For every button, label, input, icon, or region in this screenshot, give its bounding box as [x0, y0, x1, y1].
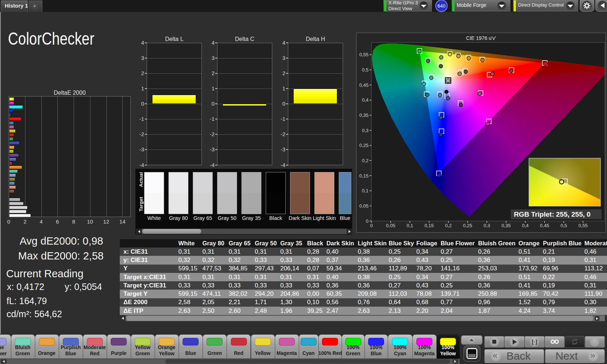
svg-text:0,25: 0,25 — [359, 143, 368, 148]
svg-text:0,05: 0,05 — [359, 203, 368, 209]
svg-text:0,4: 0,4 — [362, 97, 368, 103]
svg-text:0,25: 0,25 — [463, 223, 472, 228]
svg-text:0,3: 0,3 — [362, 128, 368, 133]
svg-text:0,1: 0,1 — [407, 223, 413, 228]
svg-text:0,55: 0,55 — [359, 52, 368, 57]
svg-text:0,1: 0,1 — [362, 188, 368, 193]
svg-text:0,4: 0,4 — [522, 223, 529, 228]
svg-text:0,35: 0,35 — [501, 223, 510, 228]
svg-text:0,5: 0,5 — [362, 67, 368, 73]
svg-text:0,15: 0,15 — [424, 223, 433, 228]
svg-text:0,15: 0,15 — [359, 173, 368, 179]
svg-text:RGB Triplet: 255, 255, 0: RGB Triplet: 255, 255, 0 — [514, 210, 590, 218]
svg-text:0: 0 — [366, 218, 368, 224]
svg-text:0,55: 0,55 — [578, 223, 587, 228]
svg-text:0,35: 0,35 — [359, 113, 368, 118]
svg-text:0,45: 0,45 — [359, 82, 368, 88]
svg-text:0,2: 0,2 — [445, 223, 452, 228]
svg-text:0: 0 — [370, 223, 372, 228]
svg-text:0,05: 0,05 — [386, 223, 395, 228]
svg-text:0,5: 0,5 — [561, 223, 567, 228]
svg-text:0,3: 0,3 — [484, 223, 490, 228]
svg-text:0,45: 0,45 — [540, 223, 549, 228]
svg-text:0,2: 0,2 — [362, 158, 368, 163]
